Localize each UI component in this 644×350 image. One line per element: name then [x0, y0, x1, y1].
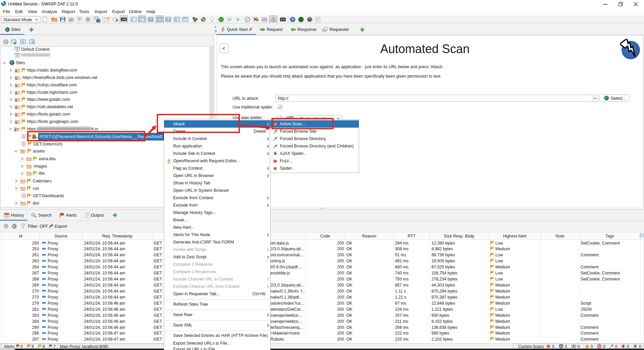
svg-text:?: ?	[292, 17, 294, 21]
